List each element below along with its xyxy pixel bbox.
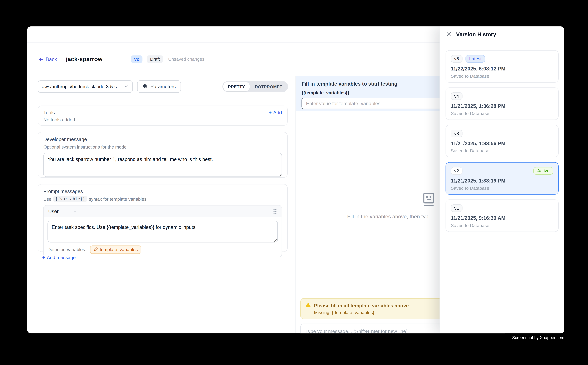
version-number-chip: v4: [451, 92, 462, 100]
close-icon[interactable]: [446, 32, 451, 37]
version-card[interactable]: v1 11/21/2025, 9:16:39 AM Saved to Datab…: [446, 199, 559, 232]
version-note: Saved to Database: [451, 223, 553, 228]
gear-icon: [142, 83, 148, 90]
version-history-header: Version History: [440, 26, 564, 42]
version-note: Saved to Database: [451, 74, 553, 79]
page-title: jack-sparrow: [66, 56, 103, 63]
version-chip-row: v2 Active: [451, 167, 553, 175]
chat-empty-state-text: Fill in the variables above, then typ: [347, 213, 429, 219]
message-role-select[interactable]: User: [48, 208, 59, 214]
version-timestamp: 11/21/2025, 9:16:39 AM: [451, 215, 553, 221]
version-status-badge: Latest: [465, 55, 485, 63]
version-chip-row: v4: [451, 92, 553, 100]
screenshot-stage: Back jack-sparrow v2 Draft Unsaved chang…: [0, 0, 588, 365]
version-note: Saved to Database: [451, 186, 553, 191]
version-number-chip: v2: [451, 167, 462, 175]
prompt-messages-card: Prompt messages Use {{variable}} syntax …: [38, 184, 288, 252]
view-toggle: PRETTY DOTPROMPT: [222, 81, 288, 92]
tools-title: Tools: [43, 110, 55, 115]
version-timestamp: 11/21/2025, 1:33:19 PM: [451, 178, 553, 183]
unsaved-changes-text: Unsaved changes: [168, 56, 204, 62]
chevron-down-icon[interactable]: [73, 208, 77, 215]
version-timestamp: 11/22/2025, 6:08:12 PM: [451, 66, 553, 72]
warning-title: Please fill in all template variables ab…: [314, 302, 409, 308]
back-label: Back: [46, 56, 57, 62]
version-number-chip: v5: [451, 55, 462, 63]
add-tool-button[interactable]: + Add: [269, 110, 282, 115]
version-badge: v2: [131, 56, 142, 63]
plus-icon: +: [269, 110, 272, 115]
model-select[interactable]: aws/anthropic/bedrock-claude-3-5-s...: [38, 80, 133, 93]
version-card[interactable]: v3 11/21/2025, 1:33:56 PM Saved to Datab…: [446, 125, 559, 157]
version-chip-row: v5 Latest: [451, 55, 553, 63]
back-button[interactable]: Back: [38, 56, 57, 62]
version-history-panel: Version History v5 Latest 11/22/2025, 6:…: [440, 26, 564, 333]
developer-message-title: Developer message: [43, 136, 282, 142]
tools-card: Tools + Add No tools added: [38, 106, 288, 126]
developer-message-textarea[interactable]: You are jack sparrow number 1, respond a…: [43, 153, 282, 177]
version-card[interactable]: v2 Active 11/21/2025, 1:33:19 PM Saved t…: [446, 162, 559, 195]
detected-variables-row: Detected variables: template_variables: [48, 246, 278, 254]
version-chip-row: v1: [451, 204, 553, 212]
version-number-chip: v3: [451, 130, 462, 137]
message-body: Enter task specifics. Use {{template_var…: [44, 217, 282, 257]
robot-icon: [423, 192, 435, 208]
status-badge: Draft: [147, 56, 163, 63]
model-select-value: aws/anthropic/bedrock-claude-3-5-s...: [42, 84, 124, 89]
version-timestamp: 11/21/2025, 1:36:28 PM: [451, 103, 553, 109]
version-card[interactable]: v5 Latest 11/22/2025, 6:08:12 PM Saved t…: [446, 50, 559, 83]
app-window: Back jack-sparrow v2 Draft Unsaved chang…: [27, 26, 564, 333]
warning-triangle-icon: [305, 302, 311, 309]
prompt-messages-title: Prompt messages: [43, 189, 282, 194]
version-number-chip: v1: [451, 204, 462, 212]
prompt-editor-panel: aws/anthropic/bedrock-claude-3-5-s... Pa…: [27, 76, 296, 333]
developer-message-subtitle: Optional system instructions for the mod…: [43, 144, 282, 150]
version-status-badge: Active: [533, 167, 553, 175]
pencil-icon: [94, 247, 98, 252]
watermark-text: Screenshot by Xnapper.com: [512, 335, 564, 340]
version-list: v5 Latest 11/22/2025, 6:08:12 PM Saved t…: [440, 42, 564, 240]
variable-syntax-chip: {{variable}}: [53, 196, 87, 202]
version-note: Saved to Database: [451, 148, 553, 153]
template-variable-chip[interactable]: template_variables: [90, 246, 142, 254]
prompt-message-textarea[interactable]: Enter task specifics. Use {{template_var…: [48, 221, 278, 243]
version-note: Saved to Database: [451, 111, 553, 116]
syntax-hint: Use {{variable}} syntax for template var…: [43, 196, 282, 202]
version-history-title: Version History: [456, 31, 496, 37]
developer-message-card: Developer message Optional system instru…: [38, 132, 288, 178]
parameters-button[interactable]: Parameters: [137, 80, 181, 93]
version-card[interactable]: v4 11/21/2025, 1:36:28 PM Saved to Datab…: [446, 87, 559, 120]
plus-icon: +: [42, 255, 45, 260]
toolbar-divider: [27, 99, 296, 99]
chevron-down-icon: [124, 83, 129, 90]
drag-handle-icon[interactable]: [273, 208, 277, 214]
prompt-message-block: User Enter task specifics. Use {{templat…: [43, 205, 282, 257]
detected-variables-label: Detected variables:: [48, 247, 86, 252]
toggle-pretty[interactable]: PRETTY: [223, 82, 250, 91]
message-role-header: User: [44, 205, 282, 217]
toggle-dotprompt[interactable]: DOTPROMPT: [250, 82, 287, 91]
arrow-left-icon: [38, 56, 43, 62]
parameters-label: Parameters: [150, 84, 176, 89]
tools-empty-text: No tools added: [43, 117, 282, 122]
add-message-button[interactable]: + Add message: [42, 255, 76, 260]
version-chip-row: v3: [451, 130, 553, 137]
version-timestamp: 11/21/2025, 1:33:56 PM: [451, 141, 553, 146]
